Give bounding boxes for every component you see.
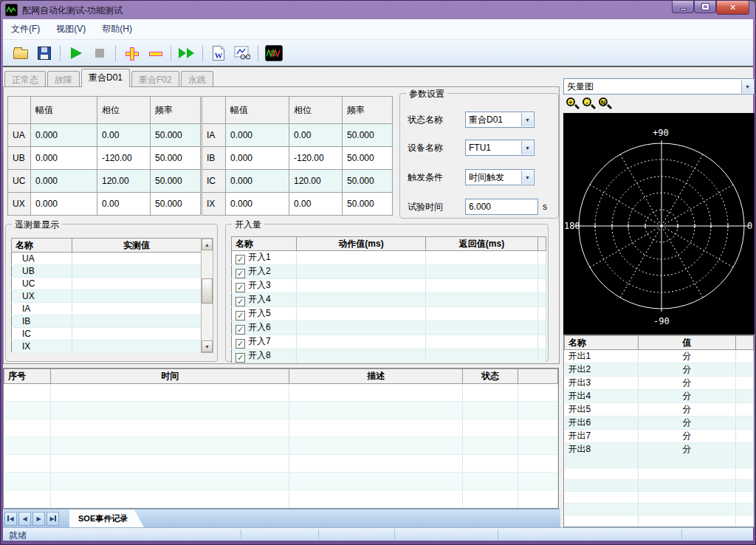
menu-help[interactable]: 帮助(H) [94, 19, 140, 39]
amplitude-cell[interactable]: 0.000 [31, 124, 97, 147]
scroll-down-icon[interactable]: ▼ [202, 340, 213, 352]
checkbox-checked-icon[interactable]: ✓ [236, 297, 245, 306]
close-button[interactable]: ✕ [716, 1, 749, 15]
checkbox-checked-icon[interactable]: ✓ [236, 325, 245, 335]
chevron-down-icon[interactable]: ▼ [521, 113, 533, 126]
phase-cell[interactable]: -120.00 [289, 147, 343, 170]
checkbox-checked-icon[interactable]: ✓ [236, 311, 245, 321]
report-preview-button[interactable] [232, 43, 252, 64]
phase-cell[interactable]: 120.00 [97, 170, 151, 193]
col-name: 名称 [12, 239, 72, 253]
state-page: 幅值 相位 频率 UA0.0000.0050.000UB0.000-120.00… [3, 86, 560, 364]
phase-cell[interactable]: 0.00 [289, 193, 343, 216]
last-page-icon[interactable]: ▶ [47, 512, 59, 526]
word-report-button[interactable]: W [208, 43, 229, 64]
chevron-down-icon[interactable]: ▼ [741, 80, 753, 93]
tab-soe-event-record[interactable]: SOE事件记录 [69, 510, 144, 528]
telemetry-value [72, 340, 202, 353]
save-button[interactable] [34, 43, 55, 64]
waveform-button[interactable] [264, 43, 284, 64]
frequency-cell[interactable]: 50.000 [343, 193, 393, 216]
view-mode-select[interactable]: 矢量图 ▼ [563, 78, 755, 95]
amplitude-cell[interactable]: 0.000 [31, 147, 97, 170]
frequency-cell[interactable]: 50.000 [151, 147, 201, 170]
scrollbar-thumb[interactable] [202, 278, 213, 304]
frequency-cell[interactable]: 50.000 [151, 124, 201, 147]
next-page-icon[interactable]: ▶ [32, 512, 45, 526]
voltage-table: 幅值 相位 频率 UA0.0000.0050.000UB0.000-120.00… [7, 96, 201, 216]
return-value-cell [426, 293, 538, 307]
amplitude-cell[interactable]: 0.000 [31, 170, 97, 193]
device-name-select[interactable]: FTU1 ▼ [465, 140, 535, 156]
current-header-row: 幅值 相位 频率 [202, 97, 393, 124]
prev-page-icon[interactable]: ◀ [18, 512, 31, 526]
checkbox-checked-icon[interactable]: ✓ [236, 339, 245, 349]
vector-polar-plot: +90 -90 180 0 [563, 113, 755, 335]
zoom-out-icon[interactable]: - [581, 97, 597, 112]
checkbox-checked-icon[interactable]: ✓ [236, 283, 245, 292]
amplitude-cell[interactable]: 0.000 [226, 124, 289, 147]
event-cell [463, 402, 518, 419]
chevron-down-icon[interactable]: ▼ [521, 171, 533, 184]
menu-view[interactable]: 视图(V) [48, 19, 94, 39]
frequency-cell[interactable]: 50.000 [151, 170, 201, 193]
output-cell [638, 504, 735, 515]
open-button[interactable] [10, 43, 31, 64]
col-frequency: 频率 [343, 97, 393, 124]
tab-normal-state[interactable]: 正常态 [4, 71, 46, 87]
phase-cell[interactable]: 0.00 [97, 193, 151, 216]
start-test-button[interactable] [66, 43, 86, 64]
add-state-button[interactable] [121, 43, 142, 64]
maximize-button[interactable] [694, 1, 716, 13]
digital-input-name: ✓开入1 [232, 251, 297, 265]
zoom-in-icon[interactable]: + [565, 97, 581, 112]
phase-cell[interactable]: 120.00 [289, 170, 343, 193]
remove-state-button[interactable] [145, 43, 165, 64]
frequency-cell[interactable]: 50.000 [343, 170, 393, 193]
frequency-cell[interactable]: 50.000 [151, 193, 201, 216]
tab-reclose-f02[interactable]: 重合F02 [131, 71, 179, 87]
telemetry-row: IC [12, 328, 202, 340]
event-cell [4, 490, 51, 508]
phase-cell[interactable]: 0.00 [97, 124, 151, 147]
minimize-button[interactable] [672, 1, 694, 13]
group-title: 参数设置 [406, 88, 447, 100]
trigger-condition-select[interactable]: 时间触发 ▼ [465, 169, 535, 185]
amplitude-cell[interactable]: 0.000 [31, 193, 97, 216]
menu-file[interactable]: 文件(F) [3, 19, 48, 39]
state-name-select[interactable]: 重合D01 ▼ [465, 112, 535, 128]
checkbox-checked-icon[interactable]: ✓ [236, 353, 245, 363]
first-page-icon[interactable]: ◀ [4, 512, 17, 526]
channel-label: UX [8, 193, 31, 216]
amplitude-cell[interactable]: 0.000 [226, 193, 289, 216]
run-all-button[interactable] [176, 43, 197, 64]
telemetry-scrollbar[interactable]: ▲ ▼ [201, 238, 213, 353]
stop-test-button[interactable] [89, 43, 110, 64]
digital-input-name: ✓开入2 [232, 265, 297, 279]
test-time-input[interactable]: 6.000 [465, 199, 538, 215]
event-cell [50, 384, 289, 402]
frequency-cell[interactable]: 50.000 [343, 124, 393, 147]
output-cell [565, 456, 639, 468]
amplitude-cell[interactable]: 0.000 [226, 147, 289, 170]
checkbox-checked-icon[interactable]: ✓ [236, 255, 245, 264]
action-value-cell [297, 251, 426, 265]
param-settings-group: 参数设置 状态名称 重合D01 ▼ 设备名称 FTU1 [399, 93, 559, 219]
zoom-reset-icon[interactable]: N [597, 97, 614, 112]
phase-cell[interactable]: 0.00 [289, 124, 343, 147]
event-row [4, 384, 558, 402]
tab-reclose-d01[interactable]: 重合D01 [81, 69, 130, 87]
client-area: 正常态 故障 重合D01 重合F02 永跳 幅值 相位 [3, 67, 753, 527]
tab-fault[interactable]: 故障 [47, 71, 80, 87]
menubar: 文件(F) 视图(V) 帮助(H) [3, 19, 753, 40]
tab-permanent-trip[interactable]: 永跳 [181, 71, 213, 87]
amplitude-cell[interactable]: 0.000 [226, 170, 289, 193]
left-panel: 正常态 故障 重合D01 重合F02 永跳 幅值 相位 [3, 67, 560, 527]
scroll-up-icon[interactable]: ▲ [202, 239, 213, 250]
return-value-cell [426, 265, 538, 279]
return-value-cell [426, 279, 538, 293]
checkbox-checked-icon[interactable]: ✓ [236, 269, 245, 278]
frequency-cell[interactable]: 50.000 [343, 147, 393, 170]
chevron-down-icon[interactable]: ▼ [521, 141, 533, 154]
phase-cell[interactable]: -120.00 [97, 147, 151, 170]
